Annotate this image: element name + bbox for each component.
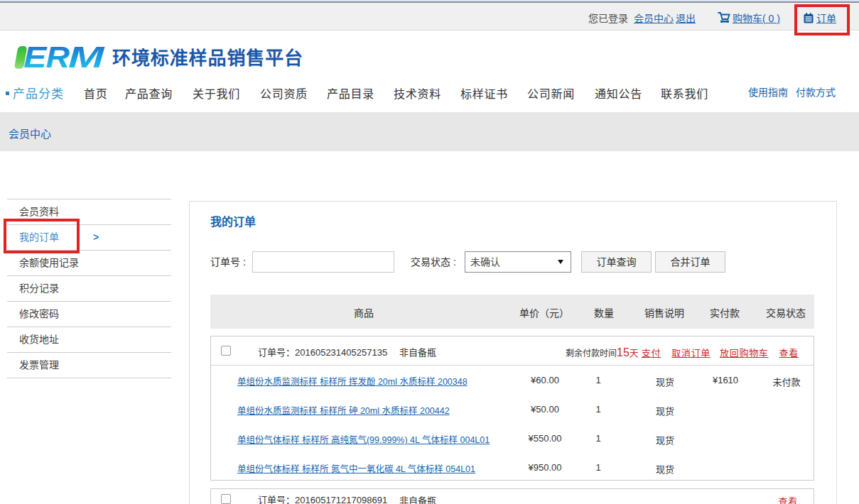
svg-text:M: M bbox=[68, 45, 105, 70]
svg-text:R: R bbox=[46, 45, 70, 70]
svg-text:E: E bbox=[23, 45, 48, 70]
